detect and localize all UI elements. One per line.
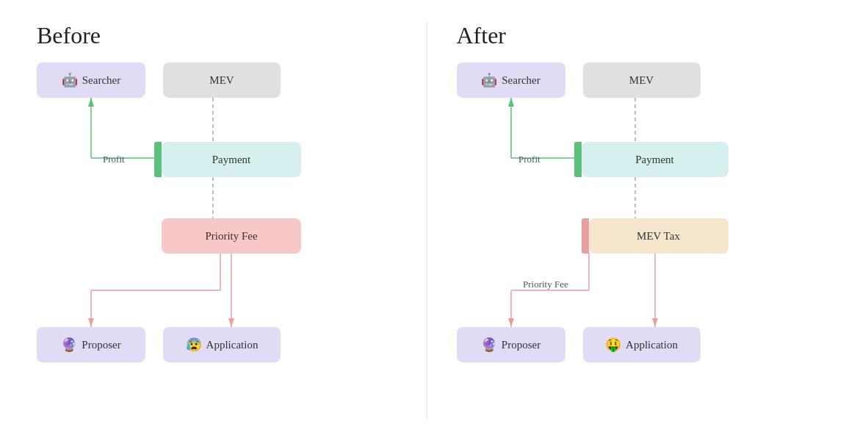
after-searcher-emoji: 🤖 [481,72,497,88]
before-payment-label: Payment [212,154,251,166]
after-mev-box: MEV [583,62,701,98]
before-application-label: Application [206,339,258,351]
svg-marker-16 [508,98,514,107]
after-application-label: Application [626,339,678,351]
after-pink-bar [582,218,589,254]
after-payment-box: Payment [582,142,728,177]
after-title: After [457,22,507,49]
before-green-bar [154,142,162,177]
application-emoji: 😰 [186,337,202,353]
after-mev-tax-label: MEV Tax [637,230,680,243]
after-application-emoji: 🤑 [605,337,621,353]
after-proposer-label: Proposer [502,339,540,351]
before-section: Before 🤖 Searcher MEV Payment [22,15,427,426]
before-mev-box: MEV [163,62,281,98]
after-searcher-label: Searcher [502,74,540,87]
after-mev-label: MEV [629,74,654,87]
svg-text:Profit: Profit [103,154,125,165]
before-proposer-label: Proposer [82,339,120,351]
searcher-emoji: 🤖 [62,72,78,88]
before-priority-fee-box: Priority Fee [162,218,301,254]
before-priority-fee-label: Priority Fee [205,230,257,243]
svg-text:Priority Fee: Priority Fee [523,279,568,290]
svg-text:Profit: Profit [518,154,540,165]
after-searcher-box: 🤖 Searcher [457,62,565,98]
before-diagram: 🤖 Searcher MEV Payment Priority Fee [37,62,301,386]
svg-marker-22 [508,318,514,327]
before-payment-box: Payment [162,142,301,177]
before-title: Before [37,22,101,49]
before-proposer-box: 🔮 Proposer [37,327,145,362]
after-proposer-emoji: 🔮 [481,337,497,353]
after-green-bar [574,142,582,177]
before-searcher-box: 🤖 Searcher [37,62,145,98]
after-proposer-box: 🔮 Proposer [457,327,565,362]
svg-marker-18 [652,318,658,327]
after-application-box: 🤑 Application [583,327,701,362]
after-section: After 🤖 Searcher MEV Payment [427,15,847,426]
proposer-emoji: 🔮 [61,337,77,353]
before-application-box: 😰 Application [163,327,281,362]
after-diagram: 🤖 Searcher MEV Payment MEV Tax [457,62,736,386]
before-mev-label: MEV [209,74,234,87]
svg-marker-8 [88,318,94,327]
before-searcher-label: Searcher [82,74,120,87]
page: Before 🤖 Searcher MEV Payment [0,0,868,441]
svg-marker-10 [228,318,234,327]
svg-marker-4 [88,98,94,107]
after-mev-tax-box: MEV Tax [589,218,728,254]
after-payment-label: Payment [635,154,674,166]
